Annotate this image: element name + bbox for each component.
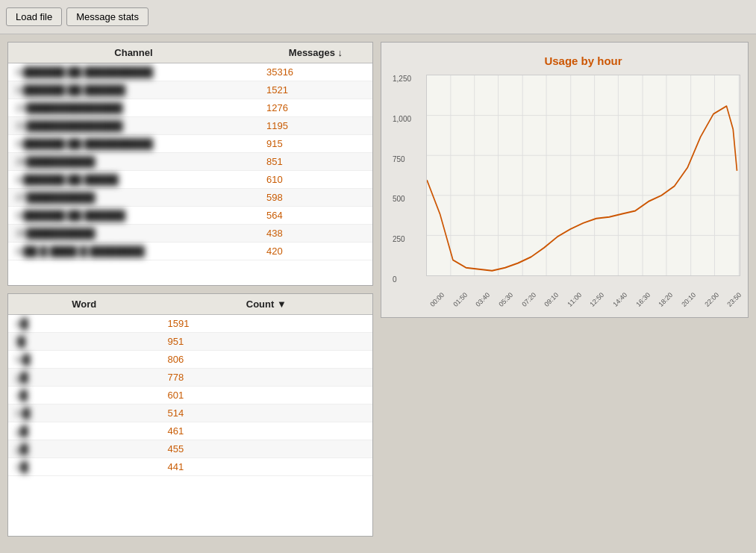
messages-cell: 438 [259, 225, 372, 243]
table-row: 31██████████████1195 [8, 117, 372, 135]
table-row: In██████ ██ ██████1521 [8, 81, 372, 99]
y-tick: 250 [393, 235, 411, 243]
word-cell: e█ [8, 314, 160, 332]
channel-cell: 47██████████ [8, 189, 259, 207]
channel-cell: In██ █ ████ █ ████████ [8, 243, 259, 260]
messages-sort-icon: ↓ [338, 47, 343, 58]
channel-cell: 26██████████ [8, 153, 259, 171]
channel-cell: 31██████████████ [8, 117, 259, 135]
x-label: 22:00 [703, 291, 720, 308]
x-axis-labels: 00:0001:5003:4005:3007:2009:1011:0012:50… [426, 297, 740, 304]
word-col-header: Word [8, 294, 160, 315]
word-table-container: Word Count ▼ e█1591t█951lo█806g█778x█601… [7, 293, 373, 537]
word-cell: in█ [8, 404, 160, 422]
messages-cell: 564 [259, 207, 372, 225]
x-label: 01:50 [452, 291, 469, 308]
messages-cell: 851 [259, 153, 372, 171]
load-file-button[interactable]: Load file [6, 7, 62, 26]
count-cell: 601 [160, 386, 372, 404]
channel-table: Channel Messages ↓ In██████ ██ █████████… [8, 43, 372, 260]
table-row: e█1591 [8, 314, 372, 332]
x-label: 11:00 [566, 291, 583, 308]
word-table-wrapper[interactable]: Word Count ▼ e█1591t█951lo█806g█778x█601… [8, 294, 372, 537]
messages-cell: 1276 [259, 99, 372, 117]
table-row: 24██████████████1276 [8, 99, 372, 117]
toolbar: Load file Message stats [0, 0, 756, 34]
chart-polyline [427, 106, 737, 271]
y-tick: 750 [393, 155, 411, 163]
chart-container: Usage by hour Amount of messages... 0250… [381, 42, 749, 318]
y-axis-ticks: 02505007501,0001,250 [393, 75, 411, 284]
channel-col-header: Channel [8, 43, 259, 63]
messages-cell: 420 [259, 243, 372, 260]
messages-cell: 1195 [259, 117, 372, 135]
chart-title: Usage by hour [426, 54, 740, 67]
count-cell: 778 [160, 368, 372, 386]
messages-col-header[interactable]: Messages ↓ [259, 43, 372, 63]
table-row: In██████ ██ ██████564 [8, 207, 372, 225]
table-row: 47██████████598 [8, 189, 372, 207]
message-stats-button[interactable]: Message stats [66, 7, 149, 26]
word-cell: lo█ [8, 350, 160, 368]
line-chart-svg [427, 75, 740, 275]
word-cell: g█ [8, 440, 160, 457]
table-row: g█461 [8, 422, 372, 440]
count-col-header[interactable]: Count ▼ [160, 294, 372, 315]
count-cell: 514 [160, 404, 372, 422]
messages-cell: 915 [259, 135, 372, 153]
messages-cell: 610 [259, 171, 372, 189]
table-row: 26██████████851 [8, 153, 372, 171]
channel-cell: In██████ ██ █████ [8, 171, 259, 189]
x-label: 05:30 [497, 291, 514, 308]
messages-cell: 598 [259, 189, 372, 207]
x-label: 14:40 [611, 291, 628, 308]
table-row: in█514 [8, 404, 372, 422]
word-cell: n█ [8, 457, 160, 475]
table-row: 35██████████438 [8, 225, 372, 243]
table-row: In██████ ██ ██████████915 [8, 135, 372, 153]
table-row: t█951 [8, 332, 372, 350]
channel-cell: 24██████████████ [8, 99, 259, 117]
channel-cell: 35██████████ [8, 225, 259, 243]
table-row: n█441 [8, 457, 372, 475]
channel-cell: In██████ ██ ██████████ [8, 63, 259, 81]
x-label: 07:20 [520, 291, 537, 308]
x-label: 12:50 [589, 291, 606, 308]
y-tick: 1,250 [393, 75, 411, 83]
right-panel: Usage by hour Amount of messages... 0250… [381, 42, 749, 537]
table-row: In██████ ██ █████610 [8, 171, 372, 189]
x-label: 03:40 [475, 291, 492, 308]
channel-cell: In██████ ██ ██████ [8, 207, 259, 225]
channel-cell: In██████ ██ ██████████ [8, 135, 259, 153]
messages-cell: 35316 [259, 63, 372, 81]
count-cell: 951 [160, 332, 372, 350]
count-cell: 461 [160, 422, 372, 440]
count-cell: 441 [160, 457, 372, 475]
count-cell: 806 [160, 350, 372, 368]
word-cell: x█ [8, 386, 160, 404]
word-cell: g█ [8, 368, 160, 386]
x-label: 23:50 [726, 291, 743, 308]
count-cell: 1591 [160, 314, 372, 332]
messages-cell: 1521 [259, 81, 372, 99]
chart-area [426, 75, 740, 276]
table-row: In██████ ██ ██████████35316 [8, 63, 372, 81]
table-row: In██ █ ████ █ ████████420 [8, 243, 372, 260]
table-row: g█778 [8, 368, 372, 386]
count-cell: 455 [160, 440, 372, 457]
y-tick: 0 [393, 275, 411, 284]
x-label: 00:00 [428, 291, 446, 308]
table-row: lo█806 [8, 350, 372, 368]
table-row: x█601 [8, 386, 372, 404]
word-cell: g█ [8, 422, 160, 440]
channel-table-wrapper[interactable]: Channel Messages ↓ In██████ ██ █████████… [8, 43, 372, 285]
x-label: 18:20 [657, 291, 675, 308]
left-panel: Channel Messages ↓ In██████ ██ █████████… [7, 42, 373, 537]
channel-cell: In██████ ██ ██████ [8, 81, 259, 99]
x-label: 09:10 [543, 291, 560, 308]
word-cell: t█ [8, 332, 160, 350]
table-row: g█455 [8, 440, 372, 457]
main-content: Channel Messages ↓ In██████ ██ █████████… [0, 34, 756, 544]
channel-table-container: Channel Messages ↓ In██████ ██ █████████… [7, 42, 373, 286]
word-table: Word Count ▼ e█1591t█951lo█806g█778x█601… [8, 294, 372, 476]
